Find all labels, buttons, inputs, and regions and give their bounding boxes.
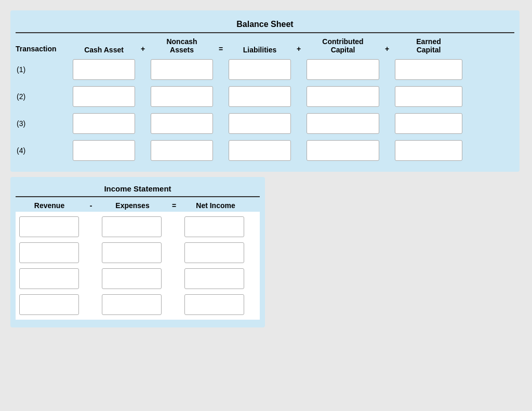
bs-row3-liabilities[interactable] — [229, 113, 291, 134]
is-row1-expenses[interactable] — [102, 216, 162, 237]
bs-row1-earned[interactable] — [395, 59, 462, 80]
header-plus1: + — [135, 45, 151, 54]
balance-sheet-container: Balance Sheet Transaction Cash Asset + N… — [10, 10, 520, 172]
is-row4-expenses[interactable] — [102, 294, 162, 315]
is-row3-expenses[interactable] — [102, 268, 162, 289]
income-statement-container: Income Statement Revenue - Expenses = Ne… — [10, 177, 265, 327]
header-plus3: + — [379, 45, 395, 54]
bs-row4-cash[interactable] — [73, 140, 135, 161]
table-row — [16, 292, 260, 318]
is-row2-expenses[interactable] — [102, 242, 162, 263]
table-row — [16, 214, 260, 240]
row-label-1: (1) — [16, 65, 73, 74]
row-label-2: (2) — [16, 92, 73, 101]
is-row4-netincome[interactable] — [184, 294, 244, 315]
bs-row2-cash[interactable] — [73, 86, 135, 107]
income-rows — [16, 212, 260, 320]
header-noncash: Noncash Assets — [151, 37, 213, 54]
bs-row1-contributed[interactable] — [307, 59, 379, 80]
bs-row3-contributed[interactable] — [307, 113, 379, 134]
bs-row2-liabilities[interactable] — [229, 86, 291, 107]
bs-row3-cash[interactable] — [73, 113, 135, 134]
is-row3-revenue[interactable] — [19, 268, 79, 289]
income-statement-header: Revenue - Expenses = Net Income — [16, 197, 260, 212]
is-row2-netincome[interactable] — [184, 242, 244, 263]
income-statement-title: Income Statement — [16, 182, 260, 197]
bs-row4-noncash[interactable] — [151, 140, 213, 161]
header-contributed-capital: Contributed Capital — [307, 37, 379, 54]
is-row2-revenue[interactable] — [19, 242, 79, 263]
is-row4-revenue[interactable] — [19, 294, 79, 315]
bs-row1-liabilities[interactable] — [229, 59, 291, 80]
bs-row3-noncash[interactable] — [151, 113, 213, 134]
table-row: (3) — [16, 110, 514, 137]
header-equals: = — [213, 45, 229, 54]
bs-row4-contributed[interactable] — [307, 140, 379, 161]
header-cash-asset: Cash Asset — [73, 46, 135, 54]
header-equals-income: = — [166, 201, 182, 210]
table-row — [16, 240, 260, 266]
header-minus: - — [83, 201, 99, 210]
is-row3-netincome[interactable] — [184, 268, 244, 289]
balance-sheet-header: Transaction Cash Asset + Noncash Assets … — [16, 33, 514, 56]
table-row: (4) — [16, 137, 514, 164]
header-revenue: Revenue — [16, 201, 83, 210]
bs-row1-noncash[interactable] — [151, 59, 213, 80]
header-earned-capital: Earned Capital — [395, 37, 462, 54]
balance-sheet-title: Balance Sheet — [16, 16, 514, 33]
header-liabilities: Liabilities — [229, 46, 291, 54]
balance-sheet-rows: (1) (2) (3) — [16, 56, 514, 164]
bs-row1-cash[interactable] — [73, 59, 135, 80]
row-label-4: (4) — [16, 146, 73, 155]
table-row: (2) — [16, 83, 514, 110]
header-expenses: Expenses — [99, 201, 166, 210]
row-label-3: (3) — [16, 119, 73, 128]
table-row: (1) — [16, 56, 514, 83]
bs-row2-contributed[interactable] — [307, 86, 379, 107]
bs-row2-earned[interactable] — [395, 86, 462, 107]
header-net-income: Net Income — [182, 201, 249, 210]
bs-row4-liabilities[interactable] — [229, 140, 291, 161]
is-row1-netincome[interactable] — [184, 216, 244, 237]
bs-row3-earned[interactable] — [395, 113, 462, 134]
bs-row4-earned[interactable] — [395, 140, 462, 161]
is-row1-revenue[interactable] — [19, 216, 79, 237]
table-row — [16, 266, 260, 292]
header-plus2: + — [291, 45, 307, 54]
bs-row2-noncash[interactable] — [151, 86, 213, 107]
header-transaction: Transaction — [16, 45, 73, 54]
